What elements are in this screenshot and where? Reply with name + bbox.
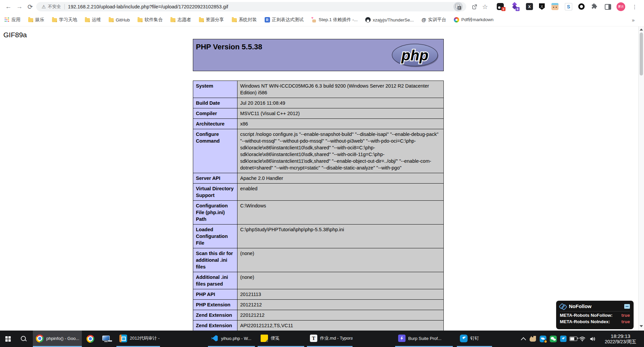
bookmark-star-button[interactable]: ☆ (480, 0, 490, 13)
value-cell: 20121212 (237, 300, 444, 310)
label-cell: PHP API (193, 289, 237, 300)
share-button[interactable] (469, 0, 480, 13)
translate-button[interactable]: G 文 (453, 2, 463, 11)
tray-battery-icon[interactable] (568, 331, 578, 347)
pinned-chrome[interactable] (83, 331, 98, 347)
extension-tampermonkey-icon[interactable]: 乂 (539, 3, 545, 10)
clock-date: 2022/9/23/周五 (605, 339, 636, 345)
tray-wechat-icon[interactable] (549, 331, 557, 347)
value-cell: (none) (237, 248, 444, 272)
bookmark-item[interactable]: 娱乐 (28, 17, 44, 23)
bookmark-label: 正则表达式测试 (272, 17, 304, 23)
wing-glyph (561, 337, 566, 341)
bookmark-item-step1[interactable]: ♥Step.1 依赖插件 -... (311, 17, 358, 23)
label-cell: System (193, 81, 237, 98)
sidebar-toggle-icon[interactable] (605, 4, 611, 10)
clock-time: 18:29:13 (611, 333, 630, 339)
table-row: Server APIApache 2.0 Handler (193, 173, 444, 184)
bookmark-label: 软件集合 (145, 17, 163, 23)
bookmark-item-pdf[interactable]: Pdf转markdown (454, 17, 493, 23)
scrollbar-up-icon[interactable] (640, 29, 643, 31)
scrollbar-thumb[interactable] (640, 33, 643, 76)
folder-icon (138, 18, 143, 22)
back-button[interactable]: ← (3, 0, 14, 13)
profile-avatar[interactable]: 霁月 (616, 2, 625, 11)
gif-header-text: GIF89a (3, 31, 27, 39)
not-secure-warning-icon: ⚠ (42, 4, 46, 9)
tray-expand-button[interactable] (519, 331, 527, 347)
bookmark-item[interactable]: 资源分享 (199, 17, 224, 23)
bookmark-item[interactable]: 软件集合 (138, 17, 163, 23)
task-sticky-notes[interactable]: 便笺 (258, 331, 304, 347)
scrollbar[interactable] (638, 27, 644, 331)
tray-cat-icon[interactable] (529, 331, 537, 347)
folder-icon (199, 18, 204, 22)
bookmark-label: 系统封装 (239, 17, 257, 23)
bookmark-item-regex[interactable]: R正则表达式测试 (265, 17, 304, 23)
bookmark-item[interactable]: 系统封装 (232, 17, 257, 23)
refresh-button[interactable]: ⟳ (25, 0, 36, 13)
task-chrome-phpinfo[interactable]: phpinfo() - Goo... (33, 331, 82, 347)
tray-dingtalk-icon[interactable] (559, 331, 568, 347)
bookmark-label: 资源分享 (206, 17, 224, 23)
taskbar-clock[interactable]: 18:29:13 2022/9/23/周五 (599, 331, 642, 347)
bookmark-item[interactable]: 志愿者 (170, 17, 191, 23)
extension-stylus-icon[interactable]: 6 (511, 3, 518, 10)
task-label: 作业.md - Typora (320, 335, 353, 341)
extension-proxy-icon[interactable]: 2 (497, 3, 504, 10)
meta-row: META-Robots NoIndex: true (560, 319, 630, 324)
chevron-up-icon (521, 337, 526, 342)
phpinfo-header: PHP Version 5.5.38 php (193, 39, 444, 71)
security-label[interactable]: 不安全 (48, 4, 61, 10)
bookmark-label: 志愿者 (177, 17, 191, 23)
url-bar[interactable]: ⚠ 不安全 192.168.2.210/upload-lab/include.p… (36, 2, 466, 11)
task-typora[interactable]: T 作业.md - Typora (307, 331, 353, 347)
task-vmware[interactable]: 2012代码审计 - ... (116, 331, 160, 347)
label-cell: Configuration File (php.ini) Path (193, 201, 237, 225)
extension-x-icon[interactable]: X (526, 3, 533, 10)
bookmark-item-training[interactable]: @实训平台 (422, 17, 446, 23)
bookmark-item[interactable]: GitHub (109, 17, 130, 22)
bookmark-label: 应用 (11, 17, 20, 23)
table-row: Zend ExtensionAPI220121212,TS,VC11 (193, 320, 444, 331)
value-cell: C:\phpStudy\PHPTutorial\php\php-5.5.38\p… (237, 225, 444, 248)
folder-icon (28, 18, 33, 22)
forward-button[interactable]: → (14, 0, 25, 13)
task-label: 钉钉 (470, 335, 479, 341)
task-burp-suite[interactable]: Burp Suite Prof... (395, 331, 453, 347)
extensions-puzzle-icon[interactable] (591, 3, 598, 11)
tray-wifi-icon[interactable] (578, 331, 587, 347)
php-logo-text: php (401, 47, 429, 63)
table-row: Configure Commandcscript /nologo configu… (193, 129, 444, 173)
extension-badge: 6 (516, 7, 520, 11)
task-dingtalk[interactable]: 钉钉 (457, 331, 492, 347)
page-content: GIF89a PHP Version 5.5.38 php SystemWind… (0, 27, 644, 331)
taskbar-search-button[interactable] (16, 331, 32, 347)
label-cell: Compiler (193, 108, 237, 119)
extension-ring-icon[interactable] (578, 3, 585, 10)
browser-menu-icon[interactable]: ⋮ (632, 0, 637, 13)
value-cell: 20121113 (237, 289, 444, 300)
tray-volume-icon[interactable] (588, 331, 598, 347)
bookmark-label: 实训平台 (428, 17, 446, 23)
scrollbar-down-icon[interactable] (640, 325, 643, 327)
extension-face-icon[interactable] (551, 3, 558, 10)
value-cell: Jul 20 2016 11:08:49 (237, 98, 444, 108)
tray-dingtalk-busy-icon[interactable] (539, 331, 547, 347)
extension-s-icon[interactable]: S (565, 3, 572, 10)
bookmark-item-apps[interactable]: 应用 (5, 17, 20, 23)
bookmark-item-github[interactable]: xzajyjs/ThunderSe... (365, 17, 414, 22)
bookmarks-overflow-icon[interactable]: » (632, 13, 635, 27)
bookmark-item[interactable]: 运维 (85, 17, 101, 23)
task-label: 2012代码审计 - ... (130, 335, 160, 341)
value-cell: Windows NT WIN-ICCDC05MGJ6 6.3 build 920… (237, 81, 444, 98)
task-vscode[interactable]: yihuo.php - W... (208, 331, 255, 347)
start-button[interactable] (0, 331, 16, 347)
url-text[interactable]: 192.168.2.210/upload-lab/include.php?fil… (68, 4, 228, 9)
minimize-button[interactable] (624, 304, 630, 309)
label-cell: Virtual Directory Support (193, 184, 237, 201)
url-divider (64, 4, 65, 9)
pinned-remote-desktop[interactable] (98, 331, 114, 347)
table-row: Scan this dir for additional .ini files(… (193, 248, 444, 272)
bookmark-item[interactable]: 学习天地 (52, 17, 77, 23)
